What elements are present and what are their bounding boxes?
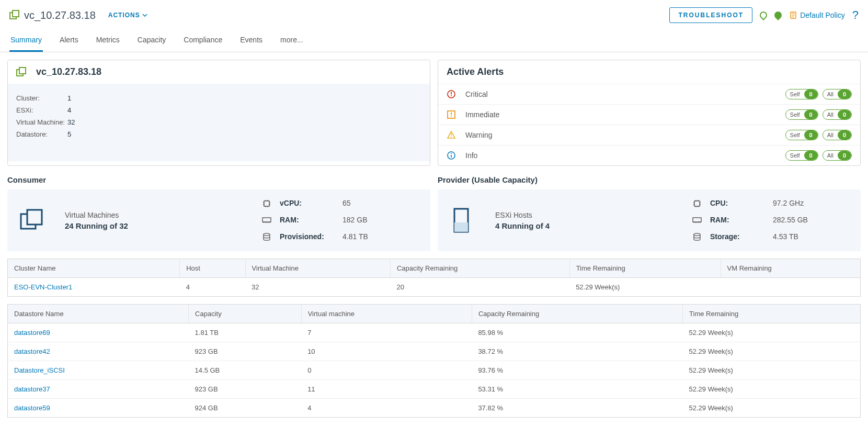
column-header[interactable]: Virtual Machine [245, 259, 390, 278]
table-row: ESO-EVN-Cluster14322052.29 Week(s) [8, 278, 861, 297]
metric-value: 182 GB [342, 216, 400, 225]
datastore-link[interactable]: Datastore_iSCSI [14, 366, 65, 374]
svg-rect-7 [451, 95, 452, 96]
alert-self-pill[interactable]: Self0 [785, 109, 818, 120]
svg-rect-6 [451, 92, 452, 95]
alert-row: InfoSelf0All0 [438, 145, 860, 165]
alert-self-pill[interactable]: Self0 [785, 89, 818, 99]
datastore-link[interactable]: datastore69 [14, 329, 50, 337]
alert-severity-icon [447, 89, 456, 99]
column-header[interactable]: Datastore Name [8, 305, 189, 323]
column-header[interactable]: Virtual machine [301, 305, 472, 323]
alert-all-pill[interactable]: All0 [823, 89, 852, 99]
stat-value: 32 [67, 118, 75, 126]
storage-icon [692, 232, 702, 242]
svg-rect-9 [451, 113, 452, 115]
alert-severity-icon [447, 130, 456, 140]
alert-label: Immediate [465, 110, 776, 119]
column-header[interactable]: Time Remaining [683, 305, 861, 323]
tab-events[interactable]: Events [239, 30, 264, 52]
page-title: vc_10.27.83.18 [24, 9, 96, 21]
column-header[interactable]: Time Remaining [569, 259, 721, 278]
svg-rect-4 [19, 68, 26, 74]
status-indicator-2[interactable] [773, 10, 783, 20]
column-header[interactable]: Host [180, 259, 245, 278]
column-header[interactable]: Capacity Remaining [390, 259, 569, 278]
chevron-down-icon [142, 14, 147, 17]
summary-card-title: vc_10.27.83.18 [36, 66, 101, 77]
vm-status: 24 Running of 32 [65, 221, 128, 230]
status-indicator-1[interactable] [758, 10, 769, 20]
alert-label: Warning [465, 131, 776, 139]
column-header[interactable]: Capacity Remaining [472, 305, 682, 323]
tab-metrics[interactable]: Metrics [95, 30, 121, 52]
metric-label: Provisioned: [280, 232, 337, 242]
metric-value: 65 [342, 199, 400, 208]
column-header[interactable]: Cluster Name [8, 259, 180, 278]
tab-alerts[interactable]: Alerts [59, 30, 79, 52]
alert-all-pill[interactable]: All0 [823, 150, 852, 161]
alert-self-pill[interactable]: Self0 [785, 150, 818, 161]
vcenter-icon [16, 67, 27, 77]
alert-severity-icon [447, 151, 456, 160]
svg-point-20 [264, 233, 270, 236]
policy-icon [789, 11, 797, 19]
datastore-link[interactable]: datastore37 [14, 385, 50, 393]
host-status: 4 Running of 4 [495, 221, 550, 230]
alert-self-pill[interactable]: Self0 [785, 130, 818, 140]
alert-all-pill[interactable]: All0 [823, 109, 852, 120]
metric-label: vCPU: [280, 199, 337, 208]
metric-value: 4.81 TB [342, 232, 400, 242]
cpu-icon [262, 199, 271, 208]
default-policy-link[interactable]: Default Policy [789, 11, 845, 19]
svg-rect-24 [693, 218, 701, 222]
host-icon [447, 206, 476, 235]
metric-label: RAM: [280, 216, 337, 225]
alerts-title: Active Alerts [438, 60, 860, 84]
help-icon[interactable]: ? [852, 8, 859, 22]
metric-label: Storage: [710, 232, 768, 242]
metric-label: RAM: [710, 216, 768, 225]
svg-rect-11 [451, 133, 452, 136]
svg-rect-10 [451, 116, 452, 117]
metric-label: CPU: [710, 199, 768, 208]
table-row: Datastore_iSCSI14.5 GB093.76 %52.29 Week… [8, 361, 861, 380]
tab-summary[interactable]: Summary [9, 30, 43, 52]
cluster-link[interactable]: ESO-EVN-Cluster1 [14, 283, 72, 291]
stat-value: 1 [67, 94, 71, 102]
tab-capacity[interactable]: Capacity [136, 30, 167, 52]
host-label: ESXi Hosts [495, 211, 550, 219]
alert-row: CriticalSelf0All0 [438, 84, 860, 105]
stat-label: ESXi: [16, 106, 67, 114]
svg-rect-19 [262, 218, 271, 222]
alert-row: ImmediateSelf0All0 [438, 105, 860, 125]
alert-label: Info [465, 151, 776, 160]
alert-all-pill[interactable]: All0 [823, 130, 852, 140]
svg-rect-17 [27, 210, 42, 225]
column-header[interactable]: VM Remaining [721, 259, 860, 278]
table-row: datastore37923 GB1153.31 %52.29 Week(s) [8, 380, 861, 399]
storage-icon [262, 232, 271, 242]
svg-rect-15 [451, 153, 452, 154]
troubleshoot-button[interactable]: TROUBLESHOOT [669, 7, 752, 23]
provider-title: Provider (Usable Capacity) [438, 175, 861, 184]
svg-rect-14 [451, 155, 452, 158]
cluster-table: Cluster NameHostVirtual MachineCapacity … [7, 259, 861, 297]
stat-value: 5 [67, 130, 71, 138]
stat-value: 4 [67, 106, 71, 114]
stat-label: Datastore: [16, 130, 67, 138]
tab-bar: Summary Alerts Metrics Capacity Complian… [0, 30, 868, 52]
table-row: datastore42923 GB1038.72 %52.29 Week(s) [8, 342, 861, 361]
metric-value: 4.53 TB [773, 232, 830, 242]
actions-dropdown[interactable]: ACTIONS [108, 12, 147, 19]
datastore-link[interactable]: datastore59 [14, 404, 50, 412]
cpu-icon [692, 199, 702, 208]
tab-more[interactable]: more... [279, 30, 304, 52]
vm-icon [17, 206, 46, 235]
stat-label: Cluster: [16, 94, 67, 102]
svg-rect-12 [451, 137, 452, 138]
tab-compliance[interactable]: Compliance [182, 30, 223, 52]
datastore-link[interactable]: datastore42 [14, 348, 50, 355]
column-header[interactable]: Capacity [189, 305, 302, 323]
table-row: datastore691.81 TB785.98 %52.29 Week(s) [8, 323, 861, 342]
